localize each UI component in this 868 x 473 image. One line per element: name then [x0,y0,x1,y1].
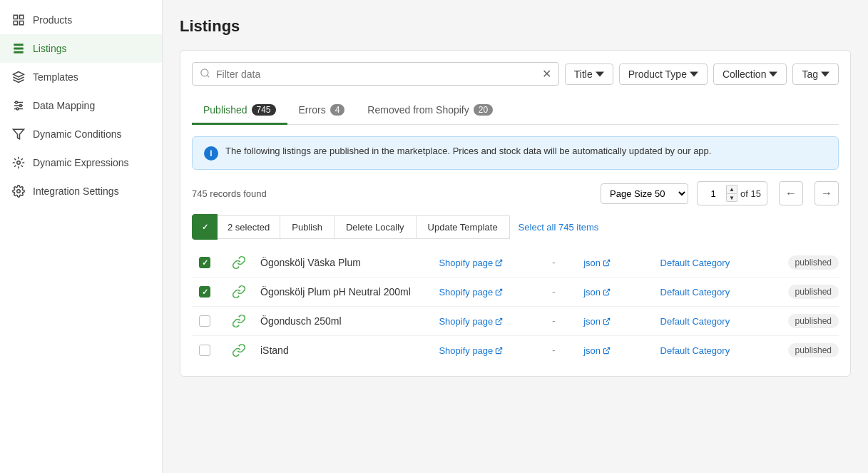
row-dash-4: - [533,345,576,356]
bulk-select-all-checkbox[interactable]: ✓ [192,214,218,240]
sidebar-item-templates[interactable]: Templates [0,63,162,91]
publish-button[interactable]: Publish [280,215,335,239]
svg-line-24 [606,318,610,322]
page-number-input[interactable] [703,188,723,199]
status-badge-3: published [788,314,839,328]
svg-line-18 [207,75,209,77]
row-shopify-2: Shopify page [439,287,524,297]
shopify-page-link-4[interactable]: Shopify page [439,345,524,356]
svg-line-23 [499,318,502,322]
status-badge-4: published [788,343,839,357]
sidebar-item-label-templates: Templates [33,71,78,83]
json-label-4: json [583,345,601,356]
info-icon: i [204,146,218,161]
row-shopify-3: Shopify page [439,316,524,327]
tab-removed[interactable]: Removed from Shopify 20 [356,97,504,125]
prev-page-button[interactable]: ← [779,181,803,205]
layers-icon [11,70,26,84]
delete-locally-button[interactable]: Delete Locally [335,215,417,239]
category-label-1: Default Category [660,258,730,268]
bulk-selected-count: 2 selected [218,215,280,239]
shopify-page-link-2[interactable]: Shopify page [439,287,524,297]
tab-errors-badge: 4 [330,104,345,116]
listings-card: ✕ Title Product Type Collection Tag Pu [180,50,851,377]
link-icon-3 [226,314,252,328]
tab-published[interactable]: Published 745 [192,97,287,125]
row-json-1: json [583,258,651,268]
svg-line-25 [499,347,502,351]
tab-errors[interactable]: Errors 4 [287,97,357,125]
json-link-2[interactable]: json [583,287,651,297]
grid-icon [11,13,26,27]
search-icon [200,68,210,81]
shopify-label-1: Shopify page [439,258,493,268]
category-label-4: Default Category [660,345,730,356]
status-badge-1: published [788,255,839,270]
sidebar-item-dynamic-conditions[interactable]: Dynamic Conditions [0,120,162,148]
svg-marker-14 [14,129,24,139]
select-all-link[interactable]: Select all 745 items [519,222,599,233]
sidebar-item-dynamic-expressions[interactable]: Dynamic Expressions [0,148,162,177]
tab-removed-label: Removed from Shopify [367,104,469,116]
next-page-button[interactable]: → [815,181,839,205]
search-input[interactable] [216,68,536,80]
page-down-button[interactable]: ▼ [726,193,737,202]
svg-line-20 [606,260,610,263]
row-status-1: published [771,255,839,270]
shopify-page-link-3[interactable]: Shopify page [439,316,524,327]
svg-rect-0 [14,15,17,19]
tab-published-badge: 745 [252,104,276,116]
sidebar-item-products[interactable]: Products [0,6,162,34]
row-checkbox-4[interactable] [192,345,218,356]
sidebar-item-label-dynamic-conditions: Dynamic Conditions [33,128,122,140]
row-shopify-1: Shopify page [439,258,524,268]
row-status-2: published [771,285,839,299]
title-filter-button[interactable]: Title [565,63,613,85]
category-link-1[interactable]: Default Category [660,258,762,268]
sidebar-item-integration-settings[interactable]: Integration Settings [0,177,162,205]
info-banner-text: The following listings are published in … [225,146,711,156]
sidebar-item-data-mapping[interactable]: Data Mapping [0,91,162,120]
of-pages-label: of 15 [740,188,761,199]
tab-errors-label: Errors [299,104,326,116]
records-found: 745 records found [192,188,267,199]
row-checkbox-2[interactable]: ✓ [192,286,218,297]
row-checkbox-3[interactable] [192,315,218,327]
svg-point-16 [17,190,21,193]
svg-rect-4 [14,44,24,46]
collection-filter-button[interactable]: Collection [713,63,787,85]
clear-search-button[interactable]: ✕ [542,67,551,81]
json-link-3[interactable]: json [583,316,651,327]
update-template-button[interactable]: Update Template [417,215,510,239]
svg-marker-7 [14,72,24,78]
row-title-1: Ögonskölj Väska Plum [260,257,430,268]
tag-filter-button[interactable]: Tag [792,63,839,85]
code-icon [11,156,26,170]
json-link-4[interactable]: json [583,345,651,356]
sidebar-item-listings[interactable]: Listings [0,34,162,63]
row-title-3: Ögondusch 250ml [260,315,430,327]
search-wrap: ✕ [192,62,559,86]
shopify-page-link-1[interactable]: Shopify page [439,258,524,268]
row-shopify-4: Shopify page [439,345,524,356]
bulk-action-bar: ✓ 2 selected Publish Delete Locally Upda… [192,214,839,240]
page-spinners: ▲ ▼ [726,185,737,202]
page-up-button[interactable]: ▲ [726,185,737,193]
json-link-1[interactable]: json [583,258,651,268]
link-icon-2 [226,285,252,299]
category-link-3[interactable]: Default Category [660,316,762,327]
row-status-3: published [771,314,839,328]
row-checkbox-1[interactable]: ✓ [192,257,218,268]
row-category-2: Default Category [660,287,762,297]
page-size-select[interactable]: Page Size 50 Page Size 25 Page Size 100 [601,183,688,204]
category-link-4[interactable]: Default Category [660,345,762,356]
svg-rect-1 [20,15,24,19]
category-link-2[interactable]: Default Category [660,287,762,297]
svg-line-21 [499,289,502,293]
row-json-2: json [583,287,651,297]
sidebar: Products Listings Templates Data Mapping… [0,0,163,473]
product-type-filter-button[interactable]: Product Type [619,63,708,85]
svg-rect-5 [14,48,24,50]
table-row: iStand Shopify page - json Default Categ… [192,336,839,365]
svg-line-19 [499,260,502,263]
